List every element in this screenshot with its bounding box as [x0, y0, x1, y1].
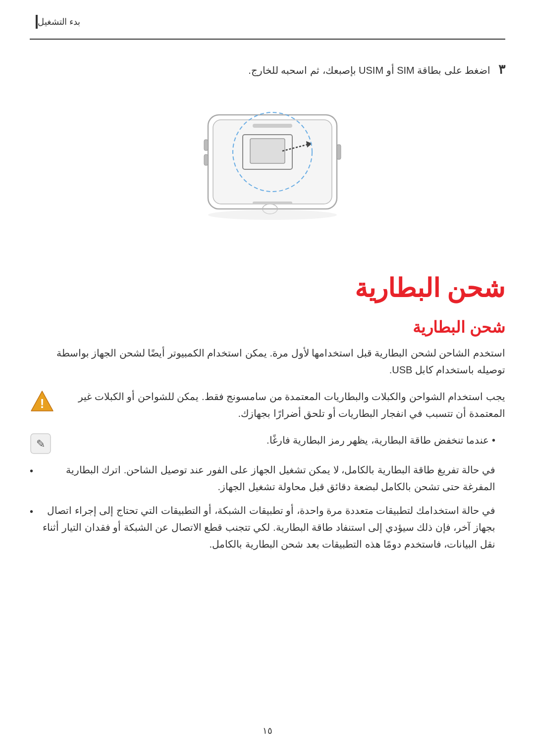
battery-intro-text: استخدم الشاحن لشحن البطارية قبل استخدامه…: [30, 345, 505, 378]
warning-text: يجب استخدام الشواحن والكبلات والبطاريات …: [62, 388, 505, 422]
bullet-dot-2: •: [30, 462, 33, 479]
bullet-list: ✎ • عندما تنخفض طاقة البطارية، يظهر رمز …: [30, 432, 505, 553]
page-number: ١٥: [263, 725, 272, 736]
step3-instruction: ٣ اضغط على بطاقة SIM أو USIM بإصبعك، ثم …: [30, 59, 505, 80]
header-title: بدء التشغيل: [38, 16, 80, 27]
svg-text:!: !: [40, 396, 45, 411]
bullet-dot-3: •: [30, 503, 33, 520]
note-icon-1: ✎: [30, 433, 52, 454]
svg-rect-3: [250, 139, 285, 163]
bullet-content-3: في حالة استخدامك لتطبيقات متعددة مرة واح…: [38, 502, 495, 553]
svg-text:✎: ✎: [36, 438, 45, 450]
header-divider: [36, 15, 38, 29]
svg-rect-12: [253, 202, 292, 204]
bullet-item-2: • في حالة تفريغ طاقة البطارية بالكامل، ل…: [30, 461, 495, 495]
warning-icon: !: [30, 389, 54, 414]
svg-point-13: [208, 210, 337, 220]
step3-number: ٣: [498, 62, 505, 77]
bullet-content-2: في حالة تفريغ طاقة البطارية بالكامل، لا …: [38, 461, 495, 495]
note-item-1: ✎ • عندما تنخفض طاقة البطارية، يظهر رمز …: [30, 432, 495, 454]
battery-large-title: شحن البطارية: [30, 273, 505, 303]
svg-rect-10: [204, 154, 208, 165]
battery-medium-title: شحن البطارية: [30, 318, 505, 337]
step3-section: ٣ اضغط على بطاقة SIM أو USIM بإصبعك، ثم …: [30, 59, 505, 253]
svg-rect-11: [253, 124, 292, 128]
bullet-item-3: • في حالة استخدامك لتطبيقات متعددة مرة و…: [30, 502, 495, 553]
bullet-dot-1: •: [492, 435, 495, 446]
device-illustration: [144, 95, 391, 253]
warning-box: ! يجب استخدام الشواحن والكبلات والبطاريا…: [30, 388, 505, 422]
svg-rect-9: [204, 140, 208, 151]
svg-rect-8: [337, 145, 341, 159]
note-text-1: • عندما تنخفض طاقة البطارية، يظهر رمز ال…: [59, 432, 495, 449]
step3-text: اضغط على بطاقة SIM أو USIM بإصبعك، ثم اس…: [248, 65, 490, 76]
page-container: بدء التشغيل ٣ اضغط على بطاقة SIM أو USIM…: [0, 0, 535, 756]
phone-svg: [144, 100, 391, 249]
header-bar: بدء التشغيل: [30, 15, 505, 40]
